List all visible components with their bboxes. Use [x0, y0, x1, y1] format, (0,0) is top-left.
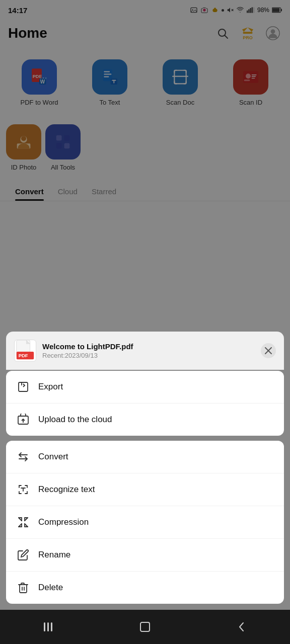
bottom-sheet: PDF Welcome to LightPDF.pdf Recent:2023/… [0, 332, 290, 609]
export-label: Export [38, 382, 63, 392]
close-icon [265, 347, 272, 354]
action-recognize-text[interactable]: Recognize text [6, 473, 284, 506]
file-name: Welcome to LightPDF.pdf [42, 342, 133, 351]
rename-label: Rename [38, 550, 70, 560]
svg-rect-67 [47, 622, 49, 631]
recognize-text-label: Recognize text [38, 485, 95, 495]
nav-recent-button[interactable] [36, 614, 61, 639]
compression-label: Compression [38, 517, 89, 527]
recent-icon [42, 620, 55, 633]
file-date: Recent:2023/09/13 [42, 352, 133, 359]
delete-svg-icon [17, 582, 29, 594]
svg-line-60 [19, 518, 22, 521]
action-rename[interactable]: Rename [6, 539, 284, 572]
action-card-group1: Export Upload to the cloud [6, 371, 284, 436]
svg-line-61 [25, 524, 28, 527]
convert-icon [16, 450, 30, 464]
recognize-text-icon [16, 482, 30, 497]
close-button[interactable] [261, 343, 276, 358]
back-icon [235, 620, 248, 633]
nav-home-button[interactable] [132, 614, 158, 639]
nav-back-button[interactable] [229, 614, 254, 639]
action-export[interactable]: Export [6, 371, 284, 404]
pdf-file-icon: PDF [16, 340, 34, 361]
svg-rect-69 [140, 622, 150, 631]
file-info: PDF Welcome to LightPDF.pdf Recent:2023/… [14, 340, 133, 362]
compression-svg-icon [17, 516, 29, 528]
file-icon: PDF [14, 340, 36, 362]
home-nav-icon [138, 620, 152, 633]
svg-line-63 [19, 524, 22, 527]
file-details: Welcome to LightPDF.pdf Recent:2023/09/1… [42, 342, 133, 359]
upload-cloud-icon [16, 413, 30, 427]
action-compression[interactable]: Compression [6, 506, 284, 539]
export-svg-icon [17, 381, 29, 393]
action-card-group2: Convert Recognize text [6, 441, 284, 604]
convert-svg-icon [17, 451, 29, 463]
rename-svg-icon [17, 549, 29, 561]
recognize-text-svg-icon [17, 484, 29, 496]
action-delete[interactable]: Delete [6, 572, 284, 604]
delete-icon [16, 581, 30, 595]
action-upload-cloud[interactable]: Upload to the cloud [6, 404, 284, 436]
svg-rect-68 [51, 622, 52, 631]
svg-rect-66 [44, 622, 45, 631]
bottom-nav [0, 610, 290, 644]
svg-text:PDF: PDF [19, 353, 28, 358]
convert-label: Convert [38, 452, 68, 462]
rename-icon [16, 548, 30, 562]
export-icon [16, 380, 30, 394]
action-convert[interactable]: Convert [6, 441, 284, 473]
file-header-card: PDF Welcome to LightPDF.pdf Recent:2023/… [6, 332, 284, 370]
upload-cloud-label: Upload to the cloud [38, 415, 112, 425]
upload-cloud-svg-icon [17, 414, 29, 426]
svg-line-62 [25, 518, 28, 521]
delete-label: Delete [38, 583, 63, 593]
compression-icon [16, 515, 30, 529]
